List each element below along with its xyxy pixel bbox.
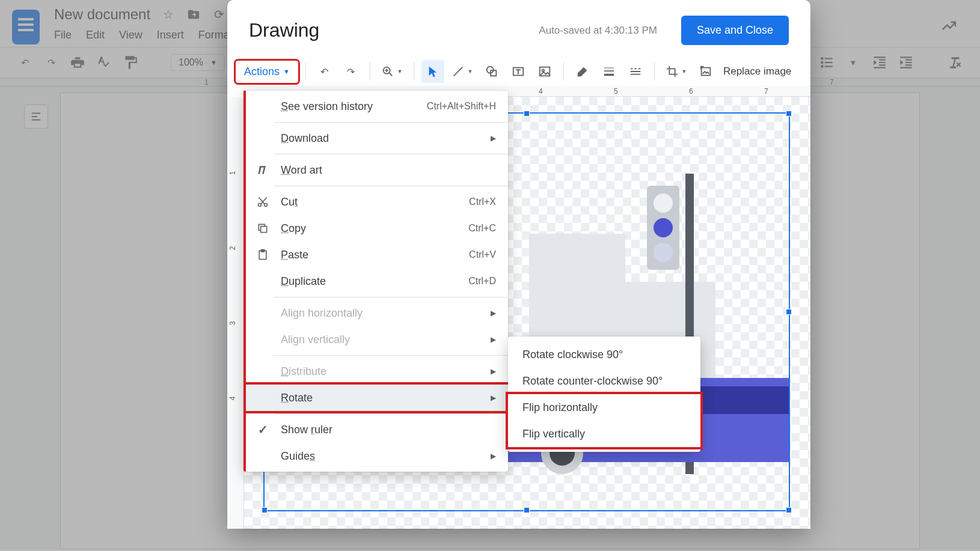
actions-menu: See version history Ctrl+Alt+Shift+H Dow…	[243, 91, 508, 472]
docs-logo-icon	[12, 10, 40, 44]
submenu-arrow-icon: ▶	[491, 367, 496, 376]
menu-item-paste[interactable]: Paste Ctrl+V	[246, 242, 508, 268]
document-title[interactable]: New document	[54, 6, 150, 23]
drawing-toolbar: Actions ▼ ↶ ↷	[227, 57, 810, 86]
line-tool-icon[interactable]	[448, 60, 477, 83]
actions-button[interactable]: Actions ▼	[236, 61, 298, 83]
shortcut-label: Ctrl+D	[468, 276, 496, 287]
menu-item-rotate[interactable]: Rotate ▶	[246, 385, 508, 411]
indent-increase-icon[interactable]	[898, 55, 914, 70]
svg-point-0	[821, 57, 823, 59]
undo-icon[interactable]: ↶	[313, 60, 336, 83]
menu-item-copy[interactable]: Copy Ctrl+C	[246, 215, 508, 242]
ruler-mark: 3	[228, 321, 237, 326]
ruler-mark: 4	[228, 397, 237, 401]
svg-rect-14	[262, 250, 265, 252]
redo-icon[interactable]: ↷	[43, 55, 59, 70]
ruler-mark: 1	[228, 171, 237, 175]
select-tool-icon[interactable]	[421, 60, 444, 83]
svg-rect-9	[702, 68, 711, 76]
ruler-mark: 1	[204, 78, 209, 87]
undo-icon[interactable]: ↶	[17, 55, 32, 70]
submenu-arrow-icon: ▶	[491, 335, 496, 344]
svg-point-10	[259, 204, 262, 207]
rotate-submenu: Rotate clockwise 90° Rotate counter-cloc…	[508, 336, 700, 452]
menu-item-download[interactable]: Download ▶	[246, 125, 508, 151]
reset-image-icon[interactable]	[694, 60, 717, 83]
shortcut-label: Ctrl+C	[468, 223, 496, 234]
crop-icon[interactable]	[662, 60, 691, 83]
redo-icon[interactable]: ↷	[340, 60, 363, 83]
save-and-close-button[interactable]: Save and Close	[681, 16, 789, 45]
star-icon[interactable]: ☆	[161, 7, 176, 22]
menu-edit[interactable]: Edit	[86, 29, 105, 41]
cut-icon	[254, 196, 271, 208]
menu-item-distribute: Distribute ▶	[246, 358, 508, 385]
indent-decrease-icon[interactable]	[872, 55, 887, 70]
zoom-select[interactable]: 100% ▼	[171, 54, 225, 71]
move-to-icon[interactable]	[186, 7, 201, 22]
svg-point-2	[821, 65, 823, 67]
svg-point-11	[265, 204, 268, 207]
menu-insert[interactable]: Insert	[157, 29, 184, 41]
actions-label: Actions	[244, 65, 280, 78]
zoom-icon[interactable]	[378, 60, 406, 83]
submenu-item-flip-vertical[interactable]: Flip vertically	[508, 421, 700, 447]
image-tool-icon[interactable]	[533, 60, 556, 83]
word-art-icon	[254, 164, 271, 176]
submenu-arrow-icon: ▶	[491, 452, 496, 460]
shortcut-label: Ctrl+Alt+Shift+H	[427, 101, 496, 112]
ruler-mark: 7	[830, 78, 834, 87]
svg-rect-12	[261, 227, 267, 233]
submenu-item-rotate-cw[interactable]: Rotate clockwise 90°	[508, 341, 700, 368]
border-dash-icon[interactable]	[624, 60, 647, 83]
drawing-ruler-vertical: 1 2 3 4	[227, 97, 244, 529]
svg-point-8	[542, 69, 544, 72]
ruler-mark: 2	[228, 246, 237, 251]
menu-item-align-horizontally: Align horizontally ▶	[246, 300, 508, 326]
spellcheck-icon[interactable]	[96, 55, 112, 70]
menu-item-version-history[interactable]: See version history Ctrl+Alt+Shift+H	[246, 93, 508, 120]
shortcut-label: Ctrl+X	[469, 196, 496, 207]
menu-view[interactable]: View	[119, 29, 142, 41]
shape-tool-icon[interactable]	[480, 60, 503, 83]
submenu-item-flip-horizontal[interactable]: Flip horizontally	[508, 394, 700, 421]
paint-format-icon[interactable]	[123, 55, 138, 70]
copy-icon	[254, 222, 271, 234]
menu-item-guides[interactable]: Guides ▶	[246, 443, 508, 469]
menu-item-cut[interactable]: Cut Ctrl+X	[246, 189, 508, 215]
shortcut-label: Ctrl+V	[469, 249, 496, 260]
submenu-arrow-icon: ▶	[491, 134, 496, 142]
menu-file[interactable]: File	[54, 29, 72, 41]
menu-item-align-vertically: Align vertically ▶	[246, 326, 508, 353]
check-icon: ✓	[254, 422, 271, 437]
replace-image-button[interactable]: Replace image	[723, 65, 791, 78]
zoom-value: 100%	[179, 57, 203, 68]
textbox-tool-icon[interactable]	[507, 60, 530, 83]
ruler-mark: 6	[689, 87, 693, 96]
print-icon[interactable]	[70, 55, 85, 70]
submenu-item-rotate-ccw[interactable]: Rotate counter-clockwise 90°	[508, 368, 700, 394]
activity-icon[interactable]	[940, 17, 958, 39]
menu-item-word-art[interactable]: Word art	[246, 157, 508, 183]
svg-point-1	[821, 61, 823, 64]
border-weight-icon[interactable]	[598, 60, 620, 83]
ruler-mark: 4	[539, 87, 543, 96]
outline-toggle-icon[interactable]	[24, 105, 48, 129]
paste-icon	[254, 249, 271, 261]
ruler-mark: 7	[764, 87, 768, 96]
bullets-icon[interactable]	[819, 55, 835, 70]
submenu-arrow-icon: ▶	[491, 394, 496, 402]
submenu-arrow-icon: ▶	[491, 309, 496, 317]
autosave-status: Auto-saved at 4:30:13 PM	[539, 25, 657, 37]
menu-item-show-ruler[interactable]: ✓ Show ruler	[246, 416, 508, 443]
drawing-title: Drawing	[249, 19, 319, 41]
cloud-status-icon: ⟳	[212, 7, 226, 22]
clear-format-icon[interactable]	[948, 55, 963, 70]
ruler-mark: 5	[614, 87, 618, 96]
border-color-icon[interactable]	[571, 60, 594, 83]
chevron-down-icon: ▼	[283, 68, 290, 75]
chevron-down-icon[interactable]: ▼	[845, 55, 861, 70]
menu-item-duplicate[interactable]: Duplicate Ctrl+D	[246, 268, 508, 294]
